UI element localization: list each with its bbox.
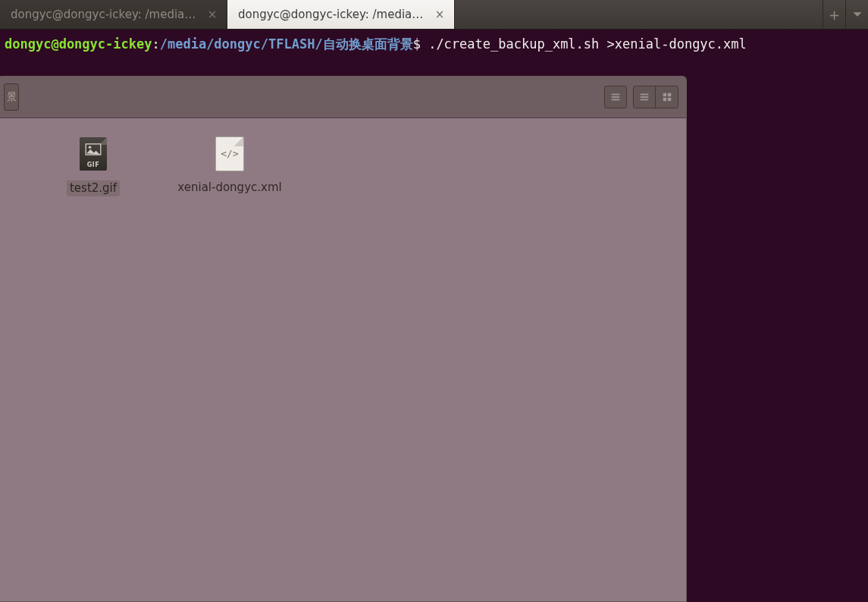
svg-rect-4 <box>641 96 649 98</box>
new-tab-button[interactable]: + <box>823 0 845 29</box>
chevron-down-icon <box>852 9 863 20</box>
close-icon[interactable]: × <box>433 8 447 21</box>
file-name-label: xenial-dongyc.xml <box>177 180 281 195</box>
terminal-tab-1[interactable]: dongyc@dongyc-ickey: /media/dongyc/TFLAS… <box>227 0 455 29</box>
file-pane[interactable]: # .sh GIF test2.gif </> xenial-dongyc.xm… <box>0 118 686 210</box>
prompt-userhost: dongyc@dongyc-ickey <box>5 36 152 52</box>
breadcrumb-segment[interactable]: 景 <box>4 83 19 111</box>
gif-file-icon: GIF <box>75 132 111 176</box>
terminal-tab-label: dongyc@dongyc-ickey: /media/dongyc/TFLAS… <box>238 8 427 22</box>
svg-rect-9 <box>667 98 670 101</box>
terminal-tab-label: dongyc@dongyc-ickey: /media/dongyc/TFLAS… <box>11 8 199 22</box>
grid-view-icon <box>662 92 672 102</box>
xml-file-icon: </> <box>212 132 248 176</box>
file-manager-headerbar: 景 <box>0 77 686 118</box>
file-item-xml[interactable]: </> xenial-dongyc.xml <box>177 132 283 196</box>
svg-point-11 <box>89 146 92 149</box>
svg-rect-8 <box>663 98 666 101</box>
hamburger-icon <box>610 92 621 102</box>
list-view-icon <box>639 92 650 102</box>
list-view-button[interactable] <box>633 86 656 108</box>
search-button[interactable] <box>604 86 627 108</box>
prompt-command: ./create_backup_xml.sh >xenial-dongyc.xm… <box>428 36 747 52</box>
svg-rect-5 <box>641 99 649 101</box>
prompt-sigil: $ <box>413 36 428 52</box>
svg-rect-1 <box>612 96 620 98</box>
prompt-path: /media/dongyc/TFLASH/自动换桌面背景 <box>160 36 413 52</box>
grid-view-button[interactable] <box>656 86 678 108</box>
close-icon[interactable]: × <box>205 8 219 21</box>
file-name-label: test2.gif <box>67 180 120 196</box>
svg-rect-0 <box>612 94 620 96</box>
file-manager-window[interactable]: 景 # .sh GIF test <box>0 76 687 602</box>
terminal-tab-0[interactable]: dongyc@dongyc-ickey: /media/dongyc/TFLAS… <box>0 0 227 29</box>
file-item-gif[interactable]: GIF test2.gif <box>55 132 131 196</box>
terminal-tabbar: dongyc@dongyc-ickey: /media/dongyc/TFLAS… <box>0 0 868 30</box>
tab-menu-dropdown[interactable] <box>845 0 868 29</box>
svg-rect-6 <box>663 93 666 96</box>
view-switcher <box>633 86 678 108</box>
svg-rect-3 <box>641 94 649 96</box>
file-item-sh[interactable]: # .sh <box>0 132 10 196</box>
svg-rect-7 <box>667 93 670 96</box>
gif-badge: GIF <box>80 161 107 168</box>
prompt-sep: : <box>152 36 159 52</box>
svg-rect-2 <box>612 99 620 101</box>
